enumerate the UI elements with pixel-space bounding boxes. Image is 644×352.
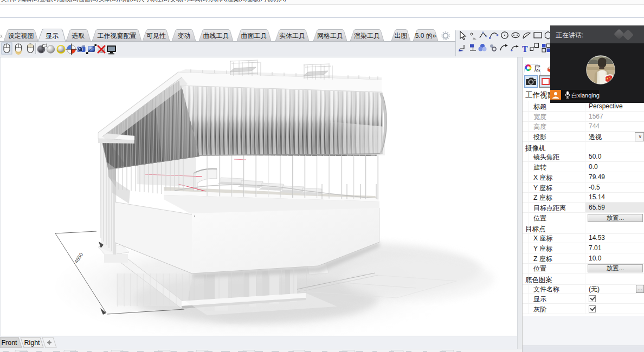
svg-text:实体工具: 实体工具 [279,32,305,40]
svg-text:T: T [522,44,528,54]
svg-text:选取: 选取 [72,32,85,40]
svg-text:变动: 变动 [177,32,190,40]
svg-text:工作视窗配置: 工作视窗配置 [98,32,137,40]
svg-text:Front: Front [1,339,17,347]
svg-text:出图: 出图 [395,32,408,40]
svg-text:曲线工具: 曲线工具 [203,32,229,40]
svg-text:曲面工具: 曲面工具 [241,32,267,40]
svg-text:设定视图: 设定视图 [8,32,34,40]
svg-text:渲染工具: 渲染工具 [354,32,380,40]
svg-text:显示: 显示 [46,32,59,40]
svg-text:可见性: 可见性 [146,32,166,40]
svg-text:网格工具: 网格工具 [317,32,343,40]
svg-text:Right: Right [24,339,40,347]
svg-text:5.0 的»: 5.0 的» [415,32,436,40]
